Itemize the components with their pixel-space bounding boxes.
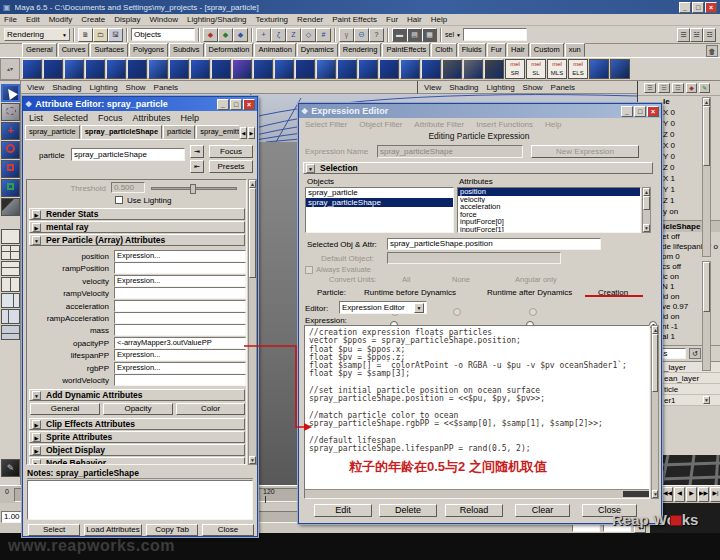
shelf-tool-icon[interactable] <box>148 59 168 79</box>
list-item[interactable]: spray_particle <box>306 188 453 198</box>
menubar-item[interactable]: Fur <box>386 15 398 24</box>
list-item[interactable]: inputForce[0] <box>458 218 640 226</box>
convert-units-angular-radio[interactable] <box>529 308 537 316</box>
pp-field[interactable]: Expression... <box>114 362 246 374</box>
expand-arrow-icon[interactable]: ▶ <box>32 210 41 219</box>
close-button[interactable]: × <box>243 99 255 110</box>
panel-menu-item[interactable]: Lighting <box>487 83 515 92</box>
shelf-tool-icon[interactable] <box>421 59 441 79</box>
channelbox-scrollbar[interactable]: ▲ <box>702 97 711 257</box>
section-per-particle[interactable]: ▼ Per Particle (Array) Attributes <box>29 234 245 246</box>
menubar-item[interactable]: Texturing <box>256 15 288 24</box>
add-attr-general-button[interactable]: General <box>30 403 100 415</box>
close-button[interactable]: × <box>647 106 659 117</box>
collapse-arrow-icon[interactable]: ▼ <box>306 164 315 173</box>
panel-menu-item[interactable]: Shading <box>449 83 478 92</box>
select-button[interactable]: Select <box>28 524 80 536</box>
shelf-tab[interactable]: Dynamics <box>297 43 338 57</box>
threshold-field[interactable]: 0.500 <box>111 182 145 193</box>
list-item[interactable]: position <box>458 188 640 196</box>
menuset-dropdown[interactable]: Rendering ▼ <box>4 28 70 41</box>
shelf-tab[interactable]: Fur <box>487 43 506 57</box>
minimize-button[interactable]: _ <box>621 106 633 117</box>
menubar-item[interactable]: Create <box>81 15 105 24</box>
chevron-down-icon[interactable]: ▼ <box>456 32 461 38</box>
shelf-tab[interactable]: Rendering <box>339 43 382 57</box>
layout-single-pane-button[interactable] <box>1 229 20 244</box>
snap-grid-icon[interactable]: + <box>256 28 271 42</box>
shelf-tool-icon[interactable] <box>442 59 462 79</box>
open-scene-icon[interactable]: 🗀 <box>93 28 108 42</box>
close-button[interactable]: × <box>705 2 717 13</box>
section-node-behavior[interactable]: ▶ Node Behavior <box>29 457 245 465</box>
menu-item[interactable]: Selected <box>53 113 88 123</box>
maximize-button[interactable]: □ <box>634 106 646 117</box>
pp-field[interactable] <box>114 374 246 386</box>
always-evaluate-checkbox[interactable] <box>305 266 313 274</box>
snap-plane-icon[interactable]: ◇ <box>301 28 316 42</box>
show-channelbox-icon[interactable]: ☰ <box>677 28 690 42</box>
menu-item[interactable]: List <box>29 113 43 123</box>
snap-curve-icon[interactable]: ζ <box>271 28 286 42</box>
minimize-button[interactable]: _ <box>217 99 229 110</box>
range-start-field[interactable]: 1.00 <box>1 511 23 523</box>
key-icon[interactable]: ◆ <box>686 83 697 93</box>
attribute-editor-scrollbar[interactable]: ▲ ▼ <box>248 179 257 465</box>
shelf-tab[interactable]: xun <box>565 43 585 57</box>
shelf-tool-icon[interactable] <box>379 59 399 79</box>
menubar-item[interactable]: Modify <box>49 15 73 24</box>
copy-tab-button[interactable]: Copy Tab <box>146 524 198 536</box>
expand-arrow-icon[interactable]: ▶ <box>32 223 41 232</box>
play-forward-button[interactable]: ▶ <box>686 487 697 502</box>
list-item[interactable]: spray_particleShape <box>306 198 453 208</box>
tab-spray-particleshape[interactable]: spray_particleShape <box>81 125 162 139</box>
minimize-button[interactable]: _ <box>679 2 691 13</box>
select-hierarchy-icon[interactable]: ◆ <box>203 28 218 42</box>
pp-field[interactable]: Expression... <box>114 250 246 262</box>
shelf-tab[interactable]: Animation <box>254 43 295 57</box>
shelf-tool-icon[interactable] <box>337 59 357 79</box>
pp-field[interactable]: Expression... <box>114 275 246 287</box>
panel-menu-item[interactable]: View <box>424 83 441 92</box>
render-current-frame-icon[interactable]: ▬ <box>392 28 407 42</box>
collapse-arrow-icon[interactable]: ▼ <box>32 236 41 245</box>
edit-button[interactable]: Edit <box>314 504 372 517</box>
delete-button[interactable]: Delete <box>379 504 437 517</box>
layout-split-vertical-button[interactable] <box>1 277 20 292</box>
select-component-icon[interactable]: ◆ <box>233 28 248 42</box>
expression-name-field[interactable]: spray_particleShape <box>377 145 523 158</box>
menubar-item[interactable]: Window <box>150 15 178 24</box>
node-name-field[interactable]: spray_particleShape <box>71 148 185 161</box>
shelf-tool-icon[interactable] <box>316 59 336 79</box>
clear-button[interactable]: Clear <box>515 504 570 517</box>
section-object-display[interactable]: ▶ Object Display <box>29 444 245 456</box>
focus-button[interactable]: Focus <box>209 145 253 158</box>
pp-field[interactable] <box>114 324 246 336</box>
objects-list[interactable]: spray_particle spray_particleShape <box>305 187 454 233</box>
expression-editor-titlebar[interactable]: ❖ Expression Editor _ □ × <box>299 104 661 118</box>
pp-field[interactable] <box>114 287 246 299</box>
shelf-tool-icon[interactable] <box>400 59 420 79</box>
pp-field[interactable]: <-arrayMapper3.outValuePP <box>114 337 246 349</box>
pencil-icon[interactable]: ✎ <box>699 83 710 93</box>
channelbox-hyperbolic-icon[interactable]: ☲ <box>672 83 684 93</box>
expand-arrow-icon[interactable]: ▶ <box>32 446 41 455</box>
menubar-item[interactable]: Display <box>114 15 140 24</box>
menu-item[interactable]: Help <box>181 113 200 123</box>
default-object-field[interactable] <box>387 252 561 264</box>
pin-node-icon[interactable]: ⇥ <box>190 145 204 158</box>
shelf-tool-icon[interactable] <box>190 59 210 79</box>
menubar-item[interactable]: Help <box>431 15 447 24</box>
panel-menu-item[interactable]: Panels <box>154 83 178 92</box>
section-add-dynamic[interactable]: ▼ Add Dynamic Attributes <box>29 389 245 401</box>
lasso-tool-icon[interactable] <box>1 103 20 121</box>
channelbox-scrollbar-lower[interactable]: ▼ <box>702 261 711 371</box>
tab-scroll-left-button[interactable]: ◀ <box>240 127 247 139</box>
quick-select-input[interactable] <box>463 28 527 41</box>
snap-view-icon[interactable]: # <box>316 28 331 42</box>
shelf-tab[interactable]: Curves <box>58 43 90 57</box>
selection-mask-dropdown[interactable]: Objects <box>131 28 195 41</box>
layout-outliner-persp-button[interactable] <box>1 309 20 324</box>
tab-spray-emitter[interactable]: spray_emitter <box>196 125 239 139</box>
show-layereditor-icon[interactable]: ☱ <box>690 28 703 42</box>
